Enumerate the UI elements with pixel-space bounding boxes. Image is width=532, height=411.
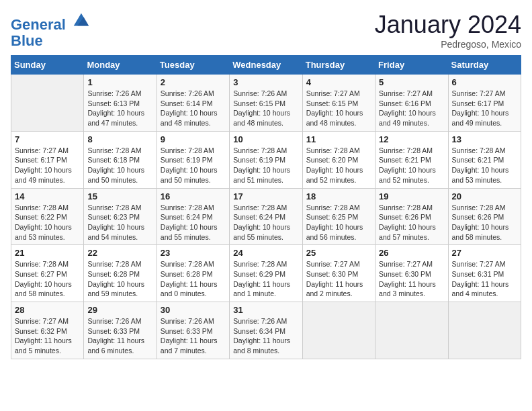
day-number: 12 [379, 134, 444, 144]
calendar-week-row: 14Sunrise: 7:28 AM Sunset: 6:22 PM Dayli… [11, 188, 521, 245]
day-number: 31 [233, 305, 298, 315]
calendar-week-row: 28Sunrise: 7:27 AM Sunset: 6:32 PM Dayli… [11, 302, 521, 359]
calendar-table: SundayMondayTuesdayWednesdayThursdayFrid… [11, 55, 521, 359]
day-info: Sunrise: 7:26 AM Sunset: 6:15 PM Dayligh… [233, 89, 298, 128]
column-header-friday: Friday [375, 56, 448, 75]
calendar-header-row: SundayMondayTuesdayWednesdayThursdayFrid… [11, 56, 521, 75]
calendar-cell: 12Sunrise: 7:28 AM Sunset: 6:21 PM Dayli… [375, 131, 448, 188]
calendar-cell: 17Sunrise: 7:28 AM Sunset: 6:24 PM Dayli… [230, 188, 302, 245]
calendar-cell: 2Sunrise: 7:26 AM Sunset: 6:14 PM Daylig… [157, 75, 229, 132]
calendar-cell: 23Sunrise: 7:28 AM Sunset: 6:28 PM Dayli… [157, 245, 229, 302]
day-info: Sunrise: 7:28 AM Sunset: 6:21 PM Dayligh… [452, 146, 517, 185]
day-info: Sunrise: 7:28 AM Sunset: 6:26 PM Dayligh… [379, 203, 444, 242]
day-number: 15 [87, 191, 152, 201]
day-number: 27 [452, 248, 517, 258]
day-number: 21 [15, 248, 80, 258]
day-number: 28 [15, 305, 80, 315]
calendar-cell: 27Sunrise: 7:27 AM Sunset: 6:31 PM Dayli… [448, 245, 521, 302]
day-number: 5 [379, 77, 444, 87]
column-header-saturday: Saturday [448, 56, 521, 75]
location: Pedregoso, Mexico [375, 39, 521, 50]
calendar-cell: 31Sunrise: 7:26 AM Sunset: 6:34 PM Dayli… [230, 302, 302, 359]
calendar-cell [375, 302, 448, 359]
day-number: 18 [306, 191, 371, 201]
calendar-cell: 1Sunrise: 7:26 AM Sunset: 6:13 PM Daylig… [84, 75, 157, 132]
calendar-week-row: 21Sunrise: 7:28 AM Sunset: 6:27 PM Dayli… [11, 245, 521, 302]
day-info: Sunrise: 7:27 AM Sunset: 6:17 PM Dayligh… [452, 89, 517, 128]
day-info: Sunrise: 7:28 AM Sunset: 6:18 PM Dayligh… [87, 146, 152, 185]
calendar-cell: 29Sunrise: 7:26 AM Sunset: 6:33 PM Dayli… [84, 302, 157, 359]
day-info: Sunrise: 7:28 AM Sunset: 6:27 PM Dayligh… [15, 259, 80, 299]
day-number: 6 [452, 77, 517, 87]
day-info: Sunrise: 7:28 AM Sunset: 6:19 PM Dayligh… [161, 146, 226, 185]
day-number: 1 [87, 77, 152, 87]
calendar-cell: 7Sunrise: 7:27 AM Sunset: 6:17 PM Daylig… [11, 131, 84, 188]
month-title: January 2024 [375, 11, 521, 39]
calendar-cell: 11Sunrise: 7:28 AM Sunset: 6:20 PM Dayli… [302, 131, 375, 188]
day-number: 13 [452, 134, 517, 144]
day-info: Sunrise: 7:28 AM Sunset: 6:29 PM Dayligh… [233, 259, 298, 299]
day-number: 20 [452, 191, 517, 201]
day-info: Sunrise: 7:28 AM Sunset: 6:24 PM Dayligh… [161, 203, 226, 242]
day-number: 10 [233, 134, 298, 144]
calendar-cell: 26Sunrise: 7:27 AM Sunset: 6:30 PM Dayli… [375, 245, 448, 302]
day-number: 8 [87, 134, 152, 144]
day-info: Sunrise: 7:27 AM Sunset: 6:31 PM Dayligh… [452, 259, 517, 299]
calendar-cell: 30Sunrise: 7:26 AM Sunset: 6:33 PM Dayli… [157, 302, 229, 359]
calendar-cell: 9Sunrise: 7:28 AM Sunset: 6:19 PM Daylig… [157, 131, 229, 188]
calendar-cell: 10Sunrise: 7:28 AM Sunset: 6:19 PM Dayli… [230, 131, 302, 188]
day-info: Sunrise: 7:27 AM Sunset: 6:32 PM Dayligh… [15, 316, 80, 356]
page-header: General Blue January 2024 Pedregoso, Mex… [11, 11, 521, 50]
day-number: 9 [161, 134, 226, 144]
day-info: Sunrise: 7:26 AM Sunset: 6:34 PM Dayligh… [233, 316, 298, 356]
calendar-week-row: 7Sunrise: 7:27 AM Sunset: 6:17 PM Daylig… [11, 131, 521, 188]
column-header-sunday: Sunday [11, 56, 84, 75]
calendar-cell: 8Sunrise: 7:28 AM Sunset: 6:18 PM Daylig… [84, 131, 157, 188]
day-info: Sunrise: 7:26 AM Sunset: 6:33 PM Dayligh… [161, 316, 226, 356]
day-info: Sunrise: 7:28 AM Sunset: 6:21 PM Dayligh… [379, 146, 444, 185]
calendar-cell [11, 75, 84, 132]
calendar-week-row: 1Sunrise: 7:26 AM Sunset: 6:13 PM Daylig… [11, 75, 521, 132]
day-info: Sunrise: 7:28 AM Sunset: 6:20 PM Dayligh… [306, 146, 371, 185]
calendar-cell: 19Sunrise: 7:28 AM Sunset: 6:26 PM Dayli… [375, 188, 448, 245]
day-info: Sunrise: 7:27 AM Sunset: 6:30 PM Dayligh… [379, 259, 444, 299]
day-number: 30 [161, 305, 226, 315]
calendar-cell: 22Sunrise: 7:28 AM Sunset: 6:28 PM Dayli… [84, 245, 157, 302]
calendar-cell: 25Sunrise: 7:27 AM Sunset: 6:30 PM Dayli… [302, 245, 375, 302]
day-number: 2 [161, 77, 226, 87]
calendar-cell [448, 302, 521, 359]
column-header-thursday: Thursday [302, 56, 375, 75]
column-header-tuesday: Tuesday [157, 56, 229, 75]
calendar-cell: 16Sunrise: 7:28 AM Sunset: 6:24 PM Dayli… [157, 188, 229, 245]
day-number: 14 [15, 191, 80, 201]
calendar-cell: 20Sunrise: 7:28 AM Sunset: 6:26 PM Dayli… [448, 188, 521, 245]
logo: General Blue [11, 11, 90, 49]
calendar-cell [302, 302, 375, 359]
calendar-cell: 13Sunrise: 7:28 AM Sunset: 6:21 PM Dayli… [448, 131, 521, 188]
column-header-wednesday: Wednesday [230, 56, 302, 75]
calendar-cell: 18Sunrise: 7:28 AM Sunset: 6:25 PM Dayli… [302, 188, 375, 245]
calendar-cell: 15Sunrise: 7:28 AM Sunset: 6:23 PM Dayli… [84, 188, 157, 245]
calendar-body: 1Sunrise: 7:26 AM Sunset: 6:13 PM Daylig… [11, 75, 521, 359]
day-number: 19 [379, 191, 444, 201]
day-number: 29 [87, 305, 152, 315]
day-number: 11 [306, 134, 371, 144]
day-info: Sunrise: 7:27 AM Sunset: 6:30 PM Dayligh… [306, 259, 371, 299]
calendar-cell: 21Sunrise: 7:28 AM Sunset: 6:27 PM Dayli… [11, 245, 84, 302]
day-info: Sunrise: 7:28 AM Sunset: 6:28 PM Dayligh… [87, 259, 152, 299]
day-info: Sunrise: 7:26 AM Sunset: 6:13 PM Dayligh… [87, 89, 152, 128]
title-block: January 2024 Pedregoso, Mexico [375, 11, 521, 50]
day-info: Sunrise: 7:27 AM Sunset: 6:15 PM Dayligh… [306, 89, 371, 128]
day-info: Sunrise: 7:28 AM Sunset: 6:24 PM Dayligh… [233, 203, 298, 242]
calendar-cell: 24Sunrise: 7:28 AM Sunset: 6:29 PM Dayli… [230, 245, 302, 302]
day-info: Sunrise: 7:28 AM Sunset: 6:26 PM Dayligh… [452, 203, 517, 242]
calendar-cell: 3Sunrise: 7:26 AM Sunset: 6:15 PM Daylig… [230, 75, 302, 132]
day-info: Sunrise: 7:28 AM Sunset: 6:23 PM Dayligh… [87, 203, 152, 242]
day-number: 16 [161, 191, 226, 201]
day-number: 4 [306, 77, 371, 87]
day-number: 24 [233, 248, 298, 258]
day-number: 7 [15, 134, 80, 144]
calendar-cell: 4Sunrise: 7:27 AM Sunset: 6:15 PM Daylig… [302, 75, 375, 132]
day-number: 23 [161, 248, 226, 258]
calendar-cell: 28Sunrise: 7:27 AM Sunset: 6:32 PM Dayli… [11, 302, 84, 359]
